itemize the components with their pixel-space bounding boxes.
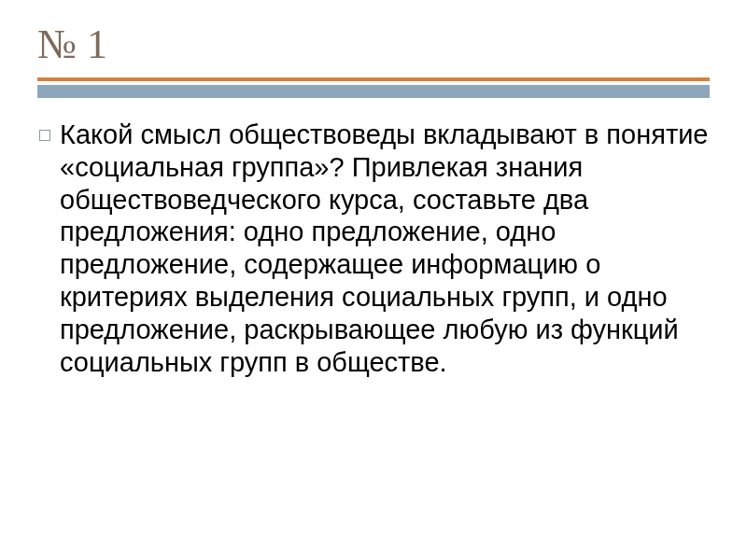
bullet-item: Какой смысл обществоведы вкладывают в по… xyxy=(39,119,710,378)
square-bullet-icon xyxy=(39,130,50,141)
divider-orange xyxy=(37,77,710,81)
body-text: Какой смысл обществоведы вкладывают в по… xyxy=(60,119,710,378)
title-block: № 1 xyxy=(37,21,710,98)
slide-title: № 1 xyxy=(37,21,710,68)
slide: № 1 Какой смысл обществоведы вкладывают … xyxy=(0,0,747,560)
divider-blue xyxy=(37,85,710,98)
body-block: Какой смысл обществоведы вкладывают в по… xyxy=(37,119,710,378)
